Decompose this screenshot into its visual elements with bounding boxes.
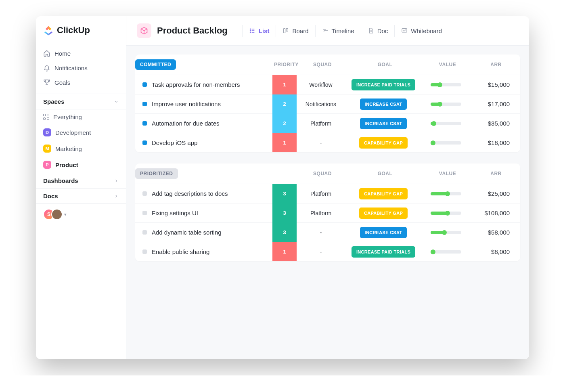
status-square-icon	[142, 191, 147, 196]
space-item-marketing[interactable]: MMarketing	[36, 140, 126, 157]
goal-cell[interactable]: CAPABILITY GAP	[345, 208, 422, 219]
topbar: Product Backlog ListBoardTimelineDocWhit…	[126, 16, 529, 46]
view-tab-board[interactable]: Board	[276, 25, 315, 37]
group-header: COMMITTEDPRIORITYSQUADGOALVALUEARR	[135, 55, 520, 75]
status-square-icon	[142, 102, 147, 106]
view-tab-whiteboard[interactable]: Whiteboard	[394, 25, 448, 37]
avatar[interactable]	[51, 209, 63, 220]
task-title: Add dynamic table sorting	[152, 229, 222, 236]
status-square-icon	[142, 140, 147, 145]
avatar-menu-caret[interactable]: ▾	[64, 212, 67, 217]
chevron-right-icon	[114, 178, 119, 183]
priority-cell[interactable]: 2	[272, 94, 297, 114]
arr-cell[interactable]: $18,000	[470, 139, 519, 146]
squad-cell[interactable]: -	[297, 140, 345, 146]
task-title: Improve user notifications	[152, 101, 221, 107]
squad-cell[interactable]: Platform	[297, 210, 345, 216]
arr-cell[interactable]: $15,000	[470, 81, 519, 88]
task-title: Develop iOS app	[152, 139, 197, 146]
value-cell[interactable]	[422, 122, 470, 125]
group-badge[interactable]: PRIORITIZED	[135, 168, 178, 179]
priority-cell[interactable]: 3	[272, 203, 297, 223]
goal-cell[interactable]: INCREASE PAID TRIALS	[345, 79, 422, 90]
spaces-list: DDevelopmentMMarketingPProduct	[36, 124, 126, 173]
spaces-header[interactable]: Spaces	[36, 94, 126, 109]
squad-cell[interactable]: -	[297, 249, 345, 255]
goal-cell[interactable]: INCREASE CSAT	[345, 118, 422, 129]
view-tabs: ListBoardTimelineDocWhiteboard	[242, 25, 448, 37]
task-row[interactable]: Improve user notifications2Notifications…	[135, 94, 520, 113]
view-tab-list[interactable]: List	[242, 25, 276, 37]
everything-icon	[43, 114, 49, 120]
squad-cell[interactable]: Platform	[297, 191, 345, 197]
task-row[interactable]: Develop iOS app1-CAPABILITY GAP$18,000	[135, 133, 520, 152]
value-cell[interactable]	[422, 250, 470, 254]
goal-cell[interactable]: CAPABILITY GAP	[345, 137, 422, 149]
whiteboard-icon	[401, 27, 408, 34]
home-icon	[43, 50, 50, 57]
priority-cell[interactable]: 3	[272, 184, 297, 203]
value-cell[interactable]	[422, 212, 470, 215]
squad-cell[interactable]: Platform	[297, 120, 345, 127]
user-avatars[interactable]: S▾	[36, 204, 126, 225]
nav-item-home[interactable]: Home	[36, 46, 126, 61]
priority-cell[interactable]: 1	[272, 75, 297, 94]
task-row[interactable]: Automation for due dates2PlatformINCREAS…	[135, 113, 520, 133]
priority-cell[interactable]: 1	[272, 133, 297, 153]
priority-cell[interactable]: 3	[272, 223, 297, 242]
squad-cell[interactable]: Workflow	[297, 82, 345, 88]
value-cell[interactable]	[422, 231, 470, 234]
goal-cell[interactable]: INCREASE CSAT	[345, 227, 422, 238]
arr-cell[interactable]: $17,000	[470, 101, 519, 107]
arr-cell[interactable]: $108,000	[470, 210, 519, 216]
task-row[interactable]: Add tag descriptions to docs3PlatformCAP…	[135, 184, 520, 203]
everything-label: Everything	[53, 113, 82, 120]
sidebar: ClickUp HomeNotificationsGoals Spaces Ev…	[36, 16, 126, 359]
task-title: Add tag descriptions to docs	[152, 190, 228, 197]
logo[interactable]: ClickUp	[36, 16, 126, 44]
task-row[interactable]: Task approvals for non-members1WorkflowI…	[135, 75, 520, 94]
arr-cell[interactable]: $8,000	[470, 248, 519, 255]
space-icon: P	[43, 161, 51, 169]
group-badge[interactable]: COMMITTED	[135, 59, 176, 70]
priority-cell[interactable]: 1	[272, 242, 297, 262]
sidebar-item-everything[interactable]: Everything	[36, 109, 126, 124]
arr-cell[interactable]: $25,000	[470, 190, 519, 197]
brand-name: ClickUp	[57, 25, 90, 36]
bell-icon	[43, 64, 50, 71]
sidebar-item-docs[interactable]: Docs	[36, 189, 126, 204]
value-cell[interactable]	[422, 83, 470, 86]
arr-cell[interactable]: $58,000	[470, 229, 519, 236]
task-row[interactable]: Fixing settings UI3PlatformCAPABILITY GA…	[135, 203, 520, 222]
task-title: Task approvals for non-members	[152, 81, 240, 88]
space-item-development[interactable]: DDevelopment	[36, 124, 126, 140]
value-cell[interactable]	[422, 141, 470, 145]
svg-point-0	[250, 29, 251, 29]
task-row[interactable]: Enable public sharing1-INCREASE PAID TRI…	[135, 242, 520, 261]
priority-cell[interactable]: 2	[272, 114, 297, 133]
squad-cell[interactable]: -	[297, 229, 345, 236]
goal-cell[interactable]: CAPABILITY GAP	[345, 188, 422, 199]
value-cell[interactable]	[422, 192, 470, 195]
sidebar-item-dashboards[interactable]: Dashboards	[36, 173, 126, 189]
goal-cell[interactable]: INCREASE PAID TRIALS	[345, 246, 422, 258]
value-cell[interactable]	[422, 103, 470, 106]
space-item-product[interactable]: PProduct	[36, 157, 126, 173]
task-group: COMMITTEDPRIORITYSQUADGOALVALUEARRTask a…	[135, 55, 520, 152]
goal-cell[interactable]: INCREASE CSAT	[345, 99, 422, 110]
nav-item-trophy[interactable]: Goals	[36, 75, 126, 90]
svg-point-2	[250, 32, 251, 33]
nav-item-bell[interactable]: Notifications	[36, 61, 126, 75]
squad-cell[interactable]: Notifications	[297, 101, 345, 107]
clickup-logo-icon	[43, 25, 54, 36]
view-tab-doc[interactable]: Doc	[361, 25, 395, 37]
spaces-label: Spaces	[43, 98, 65, 105]
arr-cell[interactable]: $35,000	[470, 120, 519, 127]
status-square-icon	[142, 230, 147, 235]
task-row[interactable]: Add dynamic table sorting3-INCREASE CSAT…	[135, 222, 520, 242]
status-square-icon	[142, 249, 147, 254]
page-icon	[137, 23, 151, 38]
view-tab-timeline[interactable]: Timeline	[315, 25, 361, 37]
status-square-icon	[142, 121, 147, 126]
nav-label: Goals	[54, 79, 70, 86]
